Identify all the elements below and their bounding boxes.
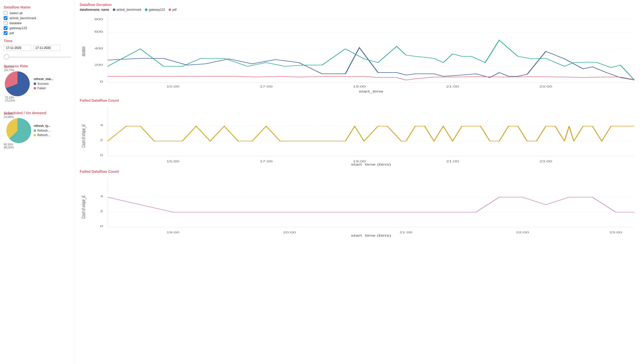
time-slider[interactable] [4,54,71,60]
svg-text:21:00: 21:00 [400,231,412,234]
refresh2-dot [34,134,36,136]
success-rate-legend: refresh_stat... Success Failed [34,77,53,91]
airbnb-legend-label: airbnb_benchmark [116,8,141,12]
pdf-label: pdf [10,31,14,35]
select-all-checkbox[interactable] [4,11,8,15]
refresh2-label: Refresh... [37,133,50,137]
scheduled-section: Scheduled / On demand 14,68%(14,68%) 85,… [4,111,71,145]
duration-chart-title: Dataflow Duration [80,3,639,7]
duration-chart-block: Dataflow Duration dataflowname_name airb… [80,3,639,96]
failed-count2-chart-block: Failed Dataflow Count 0 2 4 Count of uni… [80,169,639,238]
svg-text:17:00: 17:00 [260,85,273,88]
pdf-checkbox[interactable] [4,31,8,35]
date-from-input[interactable]: 17-11-2020 [4,45,31,51]
pdf-legend-label: pdf [172,8,176,12]
success-dot [34,83,36,85]
legend-airbnb: airbnb_benchmark [113,8,141,12]
svg-text:Count of unique_id: Count of unique_id [81,196,87,219]
select-all-label: Select all [10,11,23,15]
svg-text:19:00: 19:00 [353,160,366,163]
svg-text:4: 4 [100,195,103,198]
svg-text:15:00: 15:00 [166,160,180,163]
duration-chart-legend: dataflowname_name airbnb_benchmark gatew… [80,8,639,12]
failed-percent-label: 24,77%(24,77%) [4,66,14,72]
svg-text:0: 0 [100,225,103,228]
scheduled-pie: 14,68%(14,68%) 85,32%(85,32%) [4,117,31,145]
legend-pdf: pdf [168,8,176,12]
svg-text:600: 600 [94,30,103,33]
success-pie-svg [4,70,31,97]
svg-text:0: 0 [100,80,103,83]
svg-text:23:00: 23:00 [540,160,552,163]
refresh1-legend-item: Refresh... [34,129,50,132]
svg-text:17:00: 17:00 [260,160,273,163]
svg-text:200: 200 [94,63,103,66]
airbnb-label: airbnb_benchmark [10,16,36,20]
failed-count2-title: Failed Dataflow Count [80,169,639,173]
success-rate-section: Success Rate 24,77%(24,77%) 75,23%(75,23… [4,64,71,98]
svg-text:23:00: 23:00 [540,85,552,88]
date-to-input[interactable]: 17-11-2020 [33,45,60,51]
time-title: Time [4,39,71,43]
slider-track [4,57,71,57]
airbnb-legend-color [113,9,115,11]
scheduled-pie-wrap: 14,68%(14,68%) 85,32%(85,32%) refresh_ty… [4,117,71,145]
svg-text:23:00: 23:00 [610,231,622,234]
success-legend-item: Success [34,82,53,86]
svg-text:0: 0 [100,153,103,156]
gateway-legend-color [145,9,148,11]
datalake-label: datalake [10,21,22,25]
svg-text:19:00: 19:00 [166,231,180,234]
refresh1-dot [34,129,36,132]
airbnb-item[interactable]: airbnb_benchmark [4,16,71,20]
pdf-item[interactable]: pdf [4,31,71,35]
failed-count-chart-block: Failed Dataflow Count 0 2 4 Count of uni… [80,98,639,167]
failed-count-svg: 0 2 4 Count of unique_id 15:00 17:00 19:… [80,104,639,166]
datalake-item[interactable]: datalake [4,21,71,25]
svg-text:4: 4 [100,124,103,127]
refresh1-label: Refresh... [37,129,50,132]
svg-text:22:00: 22:00 [516,231,529,234]
gateway-item[interactable]: gateway123 [4,26,71,30]
pdf-legend-color [168,9,171,11]
svg-text:2: 2 [100,210,103,213]
airbnb-checkbox[interactable] [4,16,8,20]
duration-svg: 0 200 400 600 800 duration 15:00 17:00 1… [80,13,639,95]
datalake-checkbox[interactable] [4,21,8,25]
svg-text:start_time: start_time [359,90,384,93]
gateway-label: gateway123 [10,26,27,30]
legend-name-label: dataflowname_name [80,8,109,12]
svg-text:19:00: 19:00 [353,85,366,88]
success-percent-label: 75,23%(75,23%) [5,96,15,102]
time-inputs: 17-11-2020 17-11-2020 [4,45,71,51]
scheduled-large-percent: 85,32%(85,32%) [4,143,14,149]
svg-text:21:00: 21:00 [446,85,459,88]
success-rate-pie-wrap: 24,77%(24,77%) 75,23%(75,23%) refresh_st… [4,70,71,98]
refresh2-legend-item: Refresh... [34,133,50,137]
gateway-legend-label: gateway123 [149,8,165,12]
scheduled-small-percent: 14,68%(14,68%) [4,112,14,118]
dataflow-name-title: Dataflow Name [4,5,71,9]
success-label: Success [37,82,48,86]
time-section: Time 17-11-2020 17-11-2020 [4,39,71,60]
scheduled-legend-title: refresh_ty... [34,124,50,128]
svg-text:start_time (bins): start_time (bins) [351,234,391,237]
svg-text:20:00: 20:00 [283,231,296,234]
select-all-item[interactable]: Select all [4,11,71,15]
svg-text:duration: duration [81,46,86,56]
gateway-checkbox[interactable] [4,26,8,30]
legend-gateway: gateway123 [145,8,165,12]
main-charts: Dataflow Duration dataflowname_name airb… [75,0,644,364]
svg-text:start_time (bins): start_time (bins) [351,163,391,166]
success-legend-title: refresh_stat... [34,77,53,81]
svg-text:15:00: 15:00 [166,85,180,88]
slider-thumb[interactable] [4,54,9,60]
scheduled-legend: refresh_ty... Refresh... Refresh... [34,124,50,138]
svg-text:800: 800 [94,18,103,21]
failed-label: Failed [37,87,46,90]
svg-text:400: 400 [94,47,103,50]
failed-legend-item: Failed [34,87,53,90]
svg-text:21:00: 21:00 [446,160,459,163]
success-rate-pie: 24,77%(24,77%) 75,23%(75,23%) [4,70,31,98]
svg-text:Count of unique_id: Count of unique_id [81,125,87,148]
